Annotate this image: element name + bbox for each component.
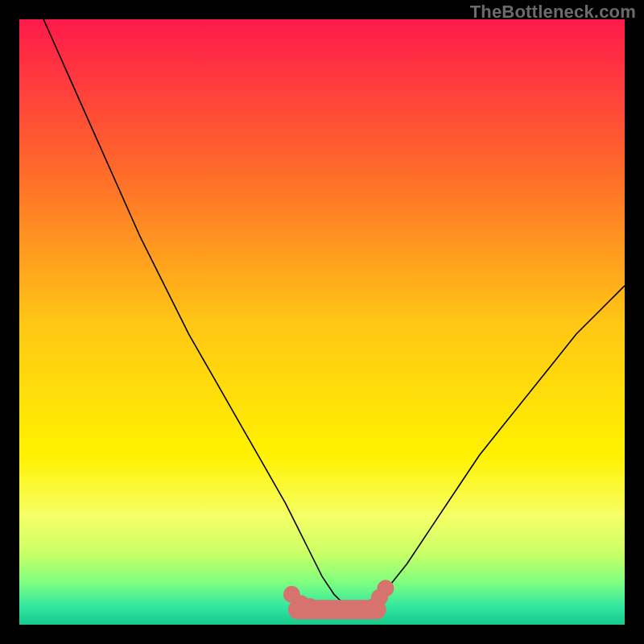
gradient-background — [19, 19, 625, 625]
chart-frame: TheBottleneck.com — [0, 0, 644, 644]
flat-band-dot — [377, 580, 394, 597]
flat-band-dot — [301, 598, 318, 615]
bottleneck-chart — [19, 19, 625, 625]
